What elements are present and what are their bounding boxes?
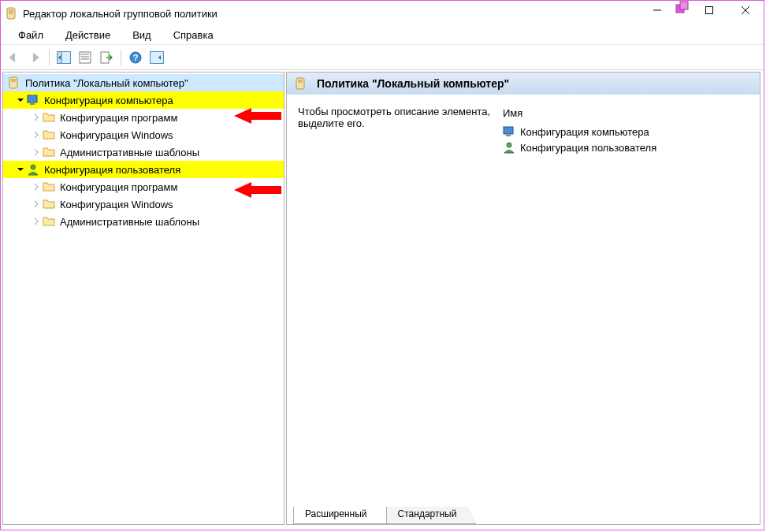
tree-admin-templates[interactable]: Административные шаблоны	[3, 143, 284, 161]
tree-node-label: Конфигурация Windows	[58, 129, 175, 141]
policy-icon	[295, 77, 307, 90]
folder-icon	[43, 180, 55, 193]
window: Редактор локальной групповой политики Фа…	[0, 0, 764, 530]
content-header-title: Политика "Локальный компьютер"	[317, 77, 509, 90]
tree-software-settings[interactable]: Конфигурация программ	[3, 109, 284, 126]
computer-icon	[503, 125, 515, 138]
overlap-windows-icon	[675, 1, 690, 15]
svg-rect-24	[30, 103, 35, 105]
svg-rect-20	[9, 77, 17, 88]
svg-rect-29	[504, 127, 513, 134]
list-column: Имя Конфигурация компьютера Конфигурация…	[503, 106, 750, 505]
toolbar-separator	[49, 50, 50, 65]
chevron-down-icon[interactable]	[14, 163, 27, 176]
user-icon	[27, 163, 39, 176]
menubar: Файл Действие Вид Справка	[1, 26, 764, 45]
filter-button[interactable]	[147, 48, 166, 67]
back-button[interactable]	[4, 48, 23, 67]
chevron-right-icon[interactable]	[30, 111, 43, 124]
tree-node-label: Административные шаблоны	[58, 147, 201, 158]
chevron-right-icon[interactable]	[30, 146, 43, 158]
content-header: Политика "Локальный компьютер"	[287, 73, 760, 95]
app-icon	[6, 7, 18, 20]
chevron-right-icon[interactable]	[30, 128, 43, 141]
tree-user-config[interactable]: Конфигурация пользователя	[3, 161, 284, 178]
folder-icon	[43, 215, 55, 228]
tab-extended[interactable]: Расширенный	[293, 507, 387, 524]
tree-computer-config[interactable]: Конфигурация компьютера	[3, 91, 284, 109]
chevron-down-icon[interactable]	[14, 94, 27, 106]
description-text: Чтобы просмотреть описание элемента, выд…	[298, 106, 503, 129]
window-controls	[639, 1, 764, 26]
svg-text:?: ?	[133, 53, 139, 62]
maximize-button[interactable]	[691, 1, 727, 20]
folder-icon	[43, 128, 55, 141]
titlebar: Редактор локальной групповой политики	[1, 1, 764, 26]
content-body: Чтобы просмотреть описание элемента, выд…	[287, 95, 760, 505]
minimize-button[interactable]	[639, 1, 675, 20]
chevron-right-icon[interactable]	[30, 215, 43, 228]
tree-node-label: Конфигурация программ	[58, 181, 179, 193]
tree-windows-settings[interactable]: Конфигурация Windows	[3, 126, 284, 143]
tree-node-label: Конфигурация программ	[58, 112, 179, 124]
user-icon	[503, 141, 515, 154]
tree-node-label: Конфигурация компьютера	[43, 95, 175, 106]
svg-rect-30	[506, 135, 511, 136]
svg-point-25	[31, 165, 35, 169]
menu-help[interactable]: Справка	[162, 28, 225, 43]
tree-node-label: Конфигурация пользователя	[43, 164, 182, 176]
svg-rect-19	[151, 51, 164, 63]
properties-button[interactable]	[76, 48, 95, 67]
list-header-name[interactable]: Имя	[503, 106, 750, 124]
menu-view[interactable]: Вид	[121, 28, 162, 43]
list-item-computer[interactable]: Конфигурация компьютера	[503, 124, 750, 140]
menu-action[interactable]: Действие	[54, 28, 121, 43]
content-pane: Политика "Локальный компьютер" Чтобы про…	[286, 72, 760, 525]
computer-icon	[27, 94, 39, 106]
svg-rect-23	[28, 95, 37, 102]
folder-icon	[43, 146, 55, 158]
window-title: Редактор локальной групповой политики	[23, 8, 218, 20]
export-button[interactable]	[97, 48, 116, 67]
svg-rect-26	[296, 78, 304, 89]
forward-button[interactable]	[25, 48, 44, 67]
tree-admin-templates[interactable]: Административные шаблоны	[3, 213, 284, 230]
tab-standard[interactable]: Стандартный	[386, 507, 477, 524]
svg-rect-7	[706, 7, 713, 14]
tree-root[interactable]: Политика "Локальный компьютер"	[3, 74, 284, 91]
toolbar-separator	[121, 50, 121, 65]
tree-pane[interactable]: Политика "Локальный компьютер" Конфигура…	[2, 72, 284, 525]
description-column: Чтобы просмотреть описание элемента, выд…	[298, 106, 503, 505]
tree-node-label: Административные шаблоны	[58, 216, 201, 228]
chevron-right-icon[interactable]	[30, 180, 43, 193]
list-item-label: Конфигурация компьютера	[520, 126, 649, 138]
svg-point-31	[507, 143, 511, 147]
tree: Политика "Локальный компьютер" Конфигура…	[3, 73, 284, 232]
chevron-right-icon[interactable]	[30, 198, 43, 210]
tree-software-settings[interactable]: Конфигурация программ	[3, 178, 284, 195]
body: Политика "Локальный компьютер" Конфигура…	[1, 70, 764, 526]
help-button[interactable]: ?	[126, 48, 145, 67]
menu-file[interactable]: Файл	[7, 28, 54, 43]
tree-windows-settings[interactable]: Конфигурация Windows	[3, 195, 284, 213]
svg-rect-6	[680, 2, 688, 9]
tree-node-label: Конфигурация Windows	[58, 199, 175, 210]
close-button[interactable]	[727, 1, 764, 20]
list-item-label: Конфигурация пользователя	[520, 142, 656, 154]
tabs: Расширенный Стандартный	[287, 505, 760, 524]
folder-icon	[43, 198, 55, 210]
list-item-user[interactable]: Конфигурация пользователя	[503, 140, 750, 155]
policy-icon	[8, 76, 20, 89]
show-hide-tree-button[interactable]	[54, 48, 73, 67]
toolbar: ?	[1, 45, 764, 70]
svg-rect-12	[80, 52, 91, 63]
folder-icon	[43, 111, 55, 124]
tree-root-label: Политика "Локальный компьютер"	[24, 77, 190, 89]
